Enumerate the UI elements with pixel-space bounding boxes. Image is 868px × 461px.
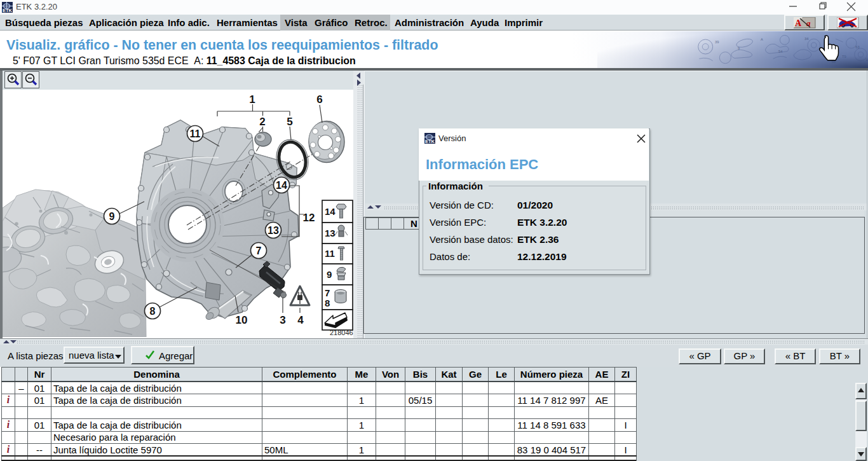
svg-text:14: 14	[325, 206, 336, 217]
svg-text:11: 11	[325, 248, 335, 259]
svg-text:7: 7	[256, 245, 262, 256]
svg-text:A: A	[795, 18, 802, 28]
svg-text:9: 9	[327, 269, 332, 280]
svg-text:4: 4	[297, 314, 304, 326]
svg-text:10: 10	[236, 314, 248, 326]
svg-text:14: 14	[276, 180, 287, 191]
svg-text:13: 13	[325, 228, 336, 238]
svg-text:6: 6	[316, 93, 322, 106]
svg-text:N: N	[410, 218, 417, 229]
svg-text:5: 5	[287, 116, 292, 128]
svg-text:ETK: ETK	[3, 8, 13, 13]
svg-text:13: 13	[268, 225, 279, 236]
svg-text:7: 7	[325, 287, 330, 298]
svg-text:8: 8	[150, 306, 156, 317]
svg-text:3: 3	[280, 314, 285, 326]
svg-text:9: 9	[109, 211, 115, 222]
svg-text:12: 12	[303, 212, 315, 224]
svg-text:218046: 218046	[330, 329, 353, 336]
svg-text:ETK: ETK	[425, 139, 435, 144]
svg-text:11: 11	[190, 128, 201, 139]
svg-text:a: a	[806, 18, 811, 28]
svg-text:1: 1	[249, 93, 255, 106]
svg-text:2: 2	[259, 116, 265, 128]
svg-text:8: 8	[325, 298, 330, 308]
